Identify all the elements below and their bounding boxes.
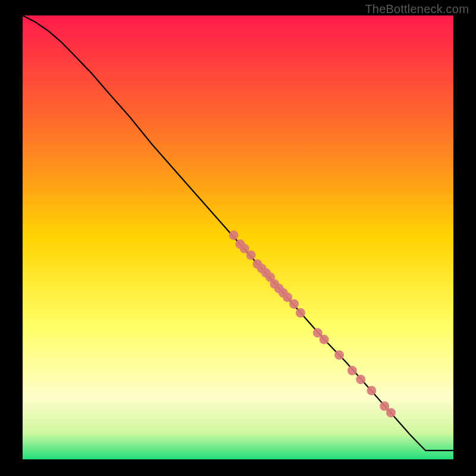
plot-svg (0, 0, 476, 476)
data-point (289, 299, 299, 309)
data-point (347, 366, 357, 375)
data-point (246, 250, 256, 260)
chart-stage: TheBottleneck.com (0, 0, 476, 476)
data-point (296, 308, 305, 318)
data-point (229, 230, 239, 240)
plot-background (23, 15, 453, 459)
data-point (320, 335, 329, 345)
data-point (356, 375, 365, 384)
data-point (386, 408, 396, 418)
data-point (334, 350, 344, 360)
data-point (367, 386, 376, 395)
